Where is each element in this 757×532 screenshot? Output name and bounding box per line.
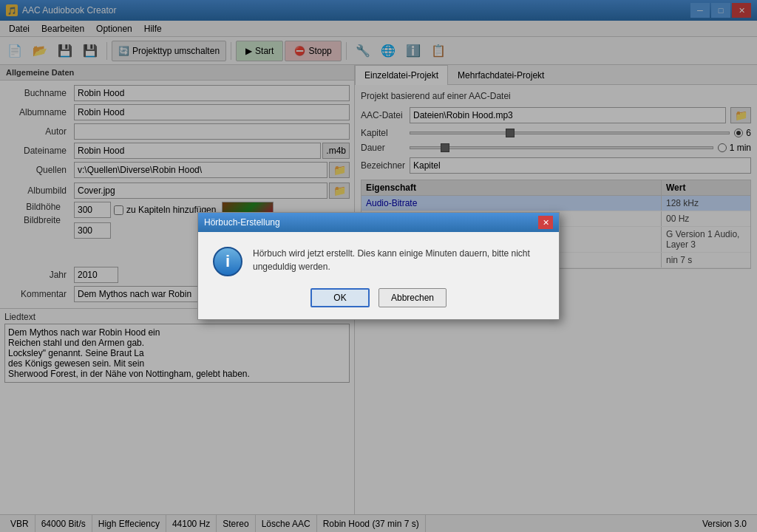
modal-body: i Hörbuch wird jetzt erstellt. Dies kann…: [198, 232, 559, 288]
modal-info-icon: i: [213, 247, 242, 276]
modal-overlay: Hörbuch-Erstellung ✕ i Hörbuch wird jetz…: [0, 0, 757, 532]
modal-dialog: Hörbuch-Erstellung ✕ i Hörbuch wird jetz…: [197, 212, 560, 320]
modal-message: Hörbuch wird jetzt erstellt. Dies kann e…: [253, 247, 544, 273]
modal-cancel-button[interactable]: Abbrechen: [378, 288, 447, 307]
modal-ok-button[interactable]: OK: [310, 288, 370, 307]
modal-close-button[interactable]: ✕: [538, 216, 553, 229]
modal-footer: OK Abbrechen: [198, 288, 559, 319]
modal-title-bar: Hörbuch-Erstellung ✕: [198, 213, 559, 232]
modal-title: Hörbuch-Erstellung: [204, 217, 538, 228]
